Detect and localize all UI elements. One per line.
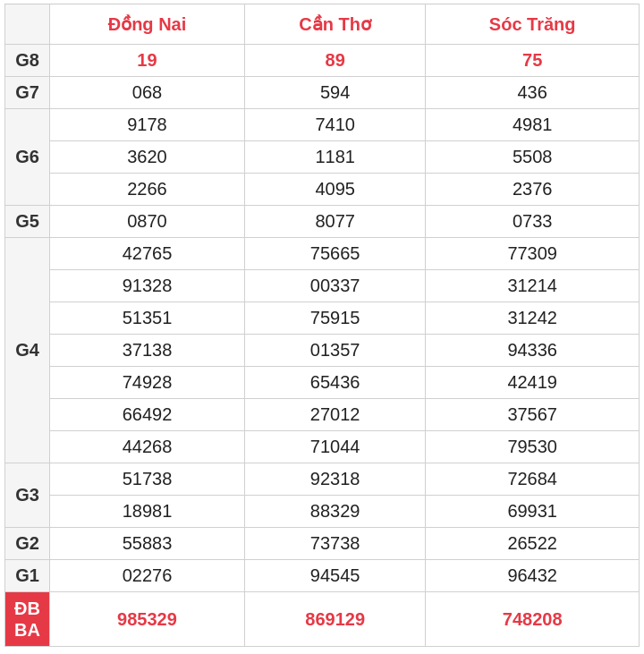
g5-v3: 0733 <box>426 206 640 238</box>
g4-r3-v3: 31242 <box>426 302 640 335</box>
g7-label: G7 <box>5 77 50 109</box>
g7-v3: 436 <box>426 77 640 109</box>
g3-r1-v2: 92318 <box>244 463 425 496</box>
g3-r2-v2: 88329 <box>244 496 425 528</box>
g4-r4-v1: 37138 <box>50 335 245 367</box>
g4-row-3: 51351 75915 31242 <box>5 302 640 335</box>
g1-v3: 96432 <box>426 560 640 592</box>
db-v3: 748208 <box>426 592 640 647</box>
g6-r3-v3: 2376 <box>426 174 640 206</box>
g1-v1: 02276 <box>50 560 245 592</box>
g4-r6-v2: 27012 <box>244 399 425 431</box>
db-v2: 869129 <box>244 592 425 647</box>
header-label-empty <box>5 4 50 45</box>
lottery-results-table: Đồng Nai Cần Thơ Sóc Trăng G8 19 89 75 G… <box>4 4 640 647</box>
header-can-tho: Cần Thơ <box>244 4 425 45</box>
g4-r6-v1: 66492 <box>50 399 245 431</box>
g6-r1-v1: 9178 <box>50 109 245 141</box>
db-label: ĐB BA <box>5 592 50 647</box>
g3-r1-v3: 72684 <box>426 463 640 496</box>
g6-r1-v3: 4981 <box>426 109 640 141</box>
g4-row-2: 91328 00337 31214 <box>5 270 640 302</box>
g4-row-7: 44268 71044 79530 <box>5 431 640 463</box>
g4-r3-v2: 75915 <box>244 302 425 335</box>
g4-r3-v1: 51351 <box>50 302 245 335</box>
g4-label: G4 <box>5 238 50 463</box>
g3-row-2: 18981 88329 69931 <box>5 496 640 528</box>
g4-r7-v3: 79530 <box>426 431 640 463</box>
g6-r3-v2: 4095 <box>244 174 425 206</box>
g4-r7-v2: 71044 <box>244 431 425 463</box>
header-row: Đồng Nai Cần Thơ Sóc Trăng <box>5 4 640 45</box>
g4-r1-v3: 77309 <box>426 238 640 270</box>
db-label-text: ĐB BA <box>9 598 46 641</box>
g2-label: G2 <box>5 528 50 560</box>
g2-v2: 73738 <box>244 528 425 560</box>
g2-v3: 26522 <box>426 528 640 560</box>
g6-row-2: 3620 1181 5508 <box>5 141 640 174</box>
g4-r4-v3: 94336 <box>426 335 640 367</box>
g4-r5-v1: 74928 <box>50 367 245 399</box>
g5-v1: 0870 <box>50 206 245 238</box>
g8-row: G8 19 89 75 <box>5 45 640 77</box>
g2-row: G2 55883 73738 26522 <box>5 528 640 560</box>
g8-label: G8 <box>5 45 50 77</box>
g3-r2-v3: 69931 <box>426 496 640 528</box>
header-dong-nai: Đồng Nai <box>50 4 245 45</box>
g7-row: G7 068 594 436 <box>5 77 640 109</box>
g4-r2-v2: 00337 <box>244 270 425 302</box>
g5-label: G5 <box>5 206 50 238</box>
g4-row-4: 37138 01357 94336 <box>5 335 640 367</box>
db-top: ĐB <box>14 598 40 619</box>
g4-row-1: G4 42765 75665 77309 <box>5 238 640 270</box>
g4-r7-v1: 44268 <box>50 431 245 463</box>
db-row: ĐB BA 985329 869129 748208 <box>5 592 640 647</box>
g7-v2: 594 <box>244 77 425 109</box>
g6-r3-v1: 2266 <box>50 174 245 206</box>
header-soc-trang: Sóc Trăng <box>426 4 640 45</box>
g6-r2-v1: 3620 <box>50 141 245 174</box>
db-bottom: BA <box>14 619 40 641</box>
g5-v2: 8077 <box>244 206 425 238</box>
g6-r2-v3: 5508 <box>426 141 640 174</box>
g4-r1-v1: 42765 <box>50 238 245 270</box>
g4-r5-v3: 42419 <box>426 367 640 399</box>
g4-r6-v3: 37567 <box>426 399 640 431</box>
g6-row-1: G6 9178 7410 4981 <box>5 109 640 141</box>
g8-v3: 75 <box>426 45 640 77</box>
g4-r2-v3: 31214 <box>426 270 640 302</box>
g2-v1: 55883 <box>50 528 245 560</box>
g4-r1-v2: 75665 <box>244 238 425 270</box>
g3-row-1: G3 51738 92318 72684 <box>5 463 640 496</box>
g3-r1-v1: 51738 <box>50 463 245 496</box>
g1-row: G1 02276 94545 96432 <box>5 560 640 592</box>
g6-r2-v2: 1181 <box>244 141 425 174</box>
g7-v1: 068 <box>50 77 245 109</box>
g8-v1: 19 <box>50 45 245 77</box>
g6-row-3: 2266 4095 2376 <box>5 174 640 206</box>
g4-r4-v2: 01357 <box>244 335 425 367</box>
g6-label: G6 <box>5 109 50 206</box>
g4-r5-v2: 65436 <box>244 367 425 399</box>
g3-r2-v1: 18981 <box>50 496 245 528</box>
g4-r2-v1: 91328 <box>50 270 245 302</box>
g8-v2: 89 <box>244 45 425 77</box>
g4-row-5: 74928 65436 42419 <box>5 367 640 399</box>
db-v1: 985329 <box>50 592 245 647</box>
g1-label: G1 <box>5 560 50 592</box>
g5-row: G5 0870 8077 0733 <box>5 206 640 238</box>
g6-r1-v2: 7410 <box>244 109 425 141</box>
g4-row-6: 66492 27012 37567 <box>5 399 640 431</box>
g1-v2: 94545 <box>244 560 425 592</box>
g3-label: G3 <box>5 463 50 528</box>
